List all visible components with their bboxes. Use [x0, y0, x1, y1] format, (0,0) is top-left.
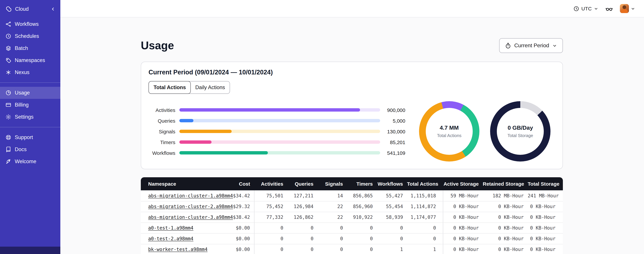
namespace-link[interactable]: bk-worker-test.a98mm4	[148, 247, 208, 252]
table-row: abs-migration-cluster-3.a98mm4 $38.42 77…	[141, 212, 563, 222]
tab-daily-actions[interactable]: Daily Actions	[190, 82, 230, 94]
cell-active-storage: 0 KB-Hour	[443, 201, 483, 212]
collapse-sidebar-icon[interactable]	[50, 6, 56, 12]
bar-fill	[179, 130, 232, 133]
cell-signals: 22	[318, 201, 347, 212]
sidebar-item-label: Namespaces	[15, 57, 45, 63]
glasses-icon[interactable]	[605, 4, 613, 12]
bar-value: 5,000	[380, 118, 405, 124]
user-avatar	[620, 4, 629, 13]
col-header-retained-storage: Retained Storage	[483, 177, 528, 190]
cell-namespace: a0-test-2.a98mm4	[141, 233, 224, 244]
cell-total-actions: 0	[407, 233, 443, 244]
sidebar-item-schedules[interactable]: Schedules	[0, 30, 60, 42]
cell-total-storage: 0 KB-Hour	[528, 244, 563, 254]
cell-active-storage: 0 KB-Hour	[443, 212, 483, 222]
card-title: Current Period (09/01/2024 — 10/01/2024)	[148, 69, 555, 76]
tab-total-actions[interactable]: Total Actions	[148, 81, 191, 94]
cell-total-actions: 1,115,018	[407, 190, 443, 201]
sidebar-item-label: Workflows	[15, 21, 38, 27]
sidebar-item-label: Batch	[15, 45, 28, 51]
sidebar-divider	[0, 82, 60, 83]
cell-queries: 126,984	[287, 201, 318, 212]
bar-track	[179, 119, 380, 122]
bar-row-queries: Queries 5,000	[148, 115, 405, 126]
sidebar-item-usage[interactable]: Usage	[0, 87, 60, 99]
cell-timers: 856,865	[347, 190, 377, 201]
sidebar-item-label: Billing	[15, 102, 29, 108]
bar-value: 85,201	[380, 139, 405, 145]
batch-icon	[5, 45, 12, 51]
sidebar-item-billing[interactable]: Billing	[0, 99, 60, 111]
cell-active-storage: 59 MB-Hour	[443, 190, 483, 201]
cell-namespace: bk-worker-test.a98mm4	[141, 244, 224, 254]
cell-timers: 0	[347, 222, 377, 233]
sidebar-footer	[0, 247, 60, 254]
cell-active-storage: 0 KB-Hour	[443, 222, 483, 233]
namespace-link[interactable]: a0-test-2.a98mm4	[148, 236, 194, 241]
cell-signals: 14	[318, 190, 347, 201]
namespace-link[interactable]: a0-test-1.a98mm4	[148, 225, 194, 230]
sidebar-item-workflows[interactable]: Workflows	[0, 18, 60, 30]
docs-book-icon	[5, 146, 12, 152]
brand-label: Cloud	[15, 6, 29, 12]
cell-queries: 0	[287, 233, 318, 244]
sidebar-item-namespaces[interactable]: Namespaces	[0, 54, 60, 66]
namespace-link[interactable]: abs-migration-cluster-3.a98mm4	[148, 214, 233, 220]
col-header-workflows: Workflows	[377, 177, 407, 190]
cell-signals: 0	[318, 244, 347, 254]
donut-value: 0 GB/Day	[508, 125, 533, 131]
sidebar-item-settings[interactable]: Settings	[0, 111, 60, 123]
col-header-total-actions: Total Actions	[407, 177, 443, 190]
bar-row-timers: Timers 85,201	[148, 137, 405, 148]
cell-total-storage: 0 KB-Hour	[528, 201, 563, 212]
namespace-usage-table: Namespace Cost Activities Queries Signal…	[141, 177, 563, 254]
main-area: UTC Usage	[60, 0, 644, 254]
cell-activities: 0	[254, 244, 287, 254]
page-content: Usage Current Period Current Period (09/…	[60, 18, 644, 254]
bar-label: Timers	[148, 139, 175, 145]
cell-retained-storage: 0 KB-Hour	[483, 222, 528, 233]
bar-track	[179, 108, 380, 112]
stopwatch-icon	[505, 42, 511, 49]
sidebar-item-docs[interactable]: Docs	[0, 144, 60, 156]
timezone-label: UTC	[581, 6, 592, 12]
cell-timers: 0	[347, 244, 377, 254]
period-selector-button[interactable]: Current Period	[499, 38, 563, 53]
topbar: UTC	[60, 0, 644, 18]
current-period-card: Current Period (09/01/2024 — 10/01/2024)…	[141, 62, 563, 169]
cell-timers: 910,922	[347, 212, 377, 222]
bar-row-signals: Signals 130,000	[148, 126, 405, 137]
sidebar: Cloud Workflows Schedules Batch	[0, 0, 60, 254]
bar-value: 130,000	[380, 128, 405, 134]
timezone-selector[interactable]: UTC	[573, 6, 598, 12]
namespace-link[interactable]: abs-migration-cluster-2.a98mm4	[148, 204, 233, 209]
sidebar-item-batch[interactable]: Batch	[0, 42, 60, 54]
cell-activities: 0	[254, 233, 287, 244]
cell-retained-storage: 0 KB-Hour	[483, 201, 528, 212]
bar-label: Queries	[148, 118, 175, 124]
donut-value: 4.7 MM	[440, 125, 458, 131]
bar-fill	[179, 119, 194, 122]
cell-active-storage: 0 KB-Hour	[443, 244, 483, 254]
cell-queries: 126,862	[287, 212, 318, 222]
temporal-logo-icon	[5, 6, 12, 12]
cell-retained-storage: 182 MB-Hour	[483, 190, 528, 201]
usage-icon	[5, 90, 12, 96]
bar-label: Signals	[148, 128, 175, 134]
account-menu[interactable]	[620, 4, 635, 13]
bar-label: Activities	[148, 107, 175, 113]
sidebar-item-support[interactable]: Support	[0, 131, 60, 144]
col-header-total-storage: Total Storage	[528, 177, 563, 190]
cell-namespace: abs-migration-cluster-1.a98mm4	[141, 190, 224, 201]
cell-signals: 0	[318, 222, 347, 233]
sidebar-item-welcome[interactable]: Welcome	[0, 156, 60, 168]
actions-tab-group: Total Actions Daily Actions	[148, 81, 230, 94]
cell-activities: 75,452	[254, 201, 287, 212]
total-actions-donut: 4.7 MM Total Actions	[419, 101, 480, 162]
cell-timers: 856,960	[347, 201, 377, 212]
sidebar-item-label: Support	[15, 134, 33, 140]
sidebar-item-nexus[interactable]: Nexus	[0, 66, 60, 78]
cell-total-actions: 1	[407, 244, 443, 254]
namespace-link[interactable]: abs-migration-cluster-1.a98mm4	[148, 193, 233, 198]
